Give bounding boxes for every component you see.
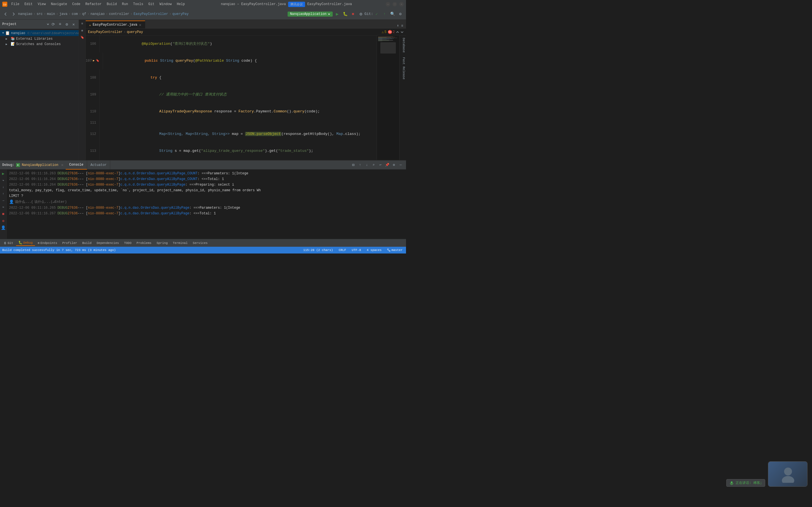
console-line-4: total_money, pay_type, flag, create_time… — [7, 187, 406, 193]
line-col-indicator[interactable]: 115:28 (2 chars) — [302, 248, 335, 252]
bottom-tab-dependencies[interactable]: Dependencies — [94, 241, 121, 245]
menu-help[interactable]: Help — [174, 2, 187, 7]
tree-item-external-libs[interactable]: ▶ 📚 External Libraries — [0, 36, 79, 41]
git-check-button[interactable]: ✓ — [373, 11, 380, 17]
bottom-tab-services[interactable]: Services — [191, 241, 210, 245]
recent-files-button[interactable]: ⬇ — [396, 23, 400, 29]
sidebar-sync-button[interactable]: ⟳ — [50, 21, 56, 27]
sidebar-collapse-button[interactable]: ≡ — [57, 21, 63, 27]
scroll-down-button[interactable]: ↓ — [364, 162, 370, 168]
bottom-tab-spring[interactable]: Spring — [154, 241, 170, 245]
breadcrumb-method[interactable]: queryPay — [172, 12, 189, 16]
menu-file[interactable]: File — [9, 2, 22, 7]
git-branch-indicator[interactable]: master — [386, 248, 404, 252]
stop-debug-button[interactable]: ⊗ — [1, 218, 6, 224]
tree-item-scratches[interactable]: ▶ 📝 Scratches and Consoles — [0, 41, 79, 47]
settings-button[interactable]: ⚙ — [357, 11, 364, 17]
run-gutter-icon[interactable]: ▶ — [93, 58, 95, 64]
debug-tab-actuator[interactable]: Actuator — [87, 161, 110, 170]
menu-edit[interactable]: Edit — [22, 2, 35, 7]
breadcrumb-controller[interactable]: controller — [109, 12, 130, 16]
search-everywhere-button[interactable]: 🔍 — [389, 11, 396, 17]
menu-build[interactable]: Build — [104, 2, 119, 7]
menu-window[interactable]: Window — [157, 2, 174, 7]
step-into-button[interactable]: ↓ — [1, 184, 6, 190]
indent-indicator[interactable]: 4 spaces — [366, 248, 383, 252]
clear-console-button[interactable]: ⊟ — [350, 162, 356, 168]
warning-indicator[interactable]: ⚠ 5 — [382, 30, 387, 34]
close-button[interactable]: ✕ — [399, 2, 404, 6]
hierarchy-button[interactable]: ⊕ — [80, 27, 85, 33]
minimize-debug-button[interactable]: — — [398, 162, 404, 168]
sidebar-close-button[interactable]: ✕ — [71, 21, 77, 27]
breadcrumb-com[interactable]: com — [71, 12, 78, 16]
bottom-tab-endpoints[interactable]: ⊕ Endpoints — [36, 240, 59, 245]
debug-tab-console[interactable]: Console — [66, 161, 87, 170]
console-input[interactable] — [35, 200, 404, 204]
menu-refactor[interactable]: Refactor — [83, 2, 104, 7]
fast-release-tab[interactable]: Fast Release — [400, 55, 406, 82]
stop-button[interactable]: ■ — [350, 11, 356, 17]
sidebar-dropdown-icon[interactable] — [47, 23, 49, 25]
code-editor[interactable]: 106 @ApiOperation("查询订单的支付状态") 107 ▶ 🔖 — [86, 36, 377, 160]
database-tab[interactable]: Database — [400, 36, 406, 55]
bottom-tab-git[interactable]: Git — [1, 241, 15, 245]
bottom-tab-todo[interactable]: TODO — [122, 241, 134, 245]
debug-close-btn[interactable]: ✕ — [61, 163, 63, 167]
bottom-tab-debug[interactable]: 🐛 Debug — [16, 240, 35, 246]
tree-item-nanqiao[interactable]: ▼ 📋 nanqiao C:\Users\zed\IdeaProjects\na — [0, 30, 79, 36]
settings-debug-button[interactable]: ⚙ — [391, 162, 397, 168]
tab-easypaycontroller[interactable]: ☕ EasyPayController.java ✕ — [86, 20, 145, 29]
breadcrumb-nanqiao[interactable]: nanqiao — [18, 12, 32, 16]
forward-button[interactable] — [10, 11, 17, 17]
scroll-up-button[interactable]: ↑ — [357, 162, 363, 168]
minimize-button[interactable]: — — [386, 2, 390, 6]
resume-button[interactable]: ▶ — [1, 171, 6, 176]
sidebar-settings-button[interactable]: ⚙ — [64, 21, 70, 27]
bookmark-button[interactable]: 🔖 — [80, 34, 85, 40]
run-button[interactable]: ▶ — [334, 11, 341, 17]
breadcrumb-nanqiao2[interactable]: nanqiao — [91, 12, 105, 16]
line-ending-indicator[interactable]: CRLF — [338, 248, 347, 252]
menu-run[interactable]: Run — [119, 2, 130, 7]
bottom-tab-terminal[interactable]: Terminal — [170, 241, 190, 245]
breadcrumb-class[interactable]: EasyPayController — [134, 12, 168, 16]
breadcrumb-method-name[interactable]: queryPay — [127, 30, 143, 34]
breadcrumb-java[interactable]: java — [59, 12, 67, 16]
git-push-button[interactable]: ↑ — [381, 11, 388, 17]
error-indicator[interactable]: ⛔ 2 — [388, 30, 395, 34]
back-button[interactable] — [2, 11, 9, 17]
run-to-cursor-button[interactable]: → — [1, 198, 6, 203]
nav-up-button[interactable] — [396, 31, 399, 34]
maximize-button[interactable]: □ — [393, 2, 397, 6]
tab-options-button[interactable]: ≡ — [401, 23, 404, 29]
pause-button[interactable]: ■ — [1, 211, 6, 217]
debug-app-name[interactable]: NanqiaoApplication — [22, 163, 58, 167]
evaluate-button[interactable]: ≈ — [1, 205, 6, 210]
filter-button[interactable]: ⌕ — [370, 162, 377, 168]
pin-button[interactable]: 📌 — [384, 162, 390, 168]
tab-close-button[interactable]: ✕ — [139, 22, 141, 27]
menu-view[interactable]: View — [36, 2, 48, 7]
structure-button[interactable]: ≡ — [80, 21, 85, 26]
settings2-button[interactable]: ⚙ — [397, 11, 404, 17]
bottom-tab-problems[interactable]: Problems — [134, 241, 154, 245]
debug-console[interactable]: 2022-12-06 09:11:16.263 DEBUG 27636 --- … — [7, 170, 406, 239]
step-over-button[interactable]: ↷ — [1, 177, 6, 183]
debug-button[interactable]: 🐛 — [342, 11, 349, 17]
breadcrumb-class-name[interactable]: EasyPayController — [88, 30, 122, 34]
step-out-button[interactable]: ↑ — [1, 191, 6, 196]
bottom-tab-profiler[interactable]: Profiler — [60, 241, 80, 245]
menu-navigate[interactable]: Navigate — [49, 2, 69, 7]
bottom-tab-build[interactable]: Build — [80, 241, 94, 245]
menu-code[interactable]: Code — [70, 2, 83, 7]
breadcrumb-main[interactable]: main — [47, 12, 55, 16]
menu-tools[interactable]: Tools — [131, 2, 146, 7]
breadcrumb-src[interactable]: src — [37, 12, 43, 16]
run-config-button[interactable]: NanqiaoApplication — [288, 11, 333, 17]
encoding-indicator[interactable]: UTF-8 — [351, 248, 362, 252]
nav-down-button[interactable] — [400, 31, 404, 34]
wrap-button[interactable]: ↩ — [377, 162, 384, 168]
breadcrumb-qf[interactable]: qf — [82, 12, 86, 16]
menu-git[interactable]: Git — [146, 2, 157, 7]
